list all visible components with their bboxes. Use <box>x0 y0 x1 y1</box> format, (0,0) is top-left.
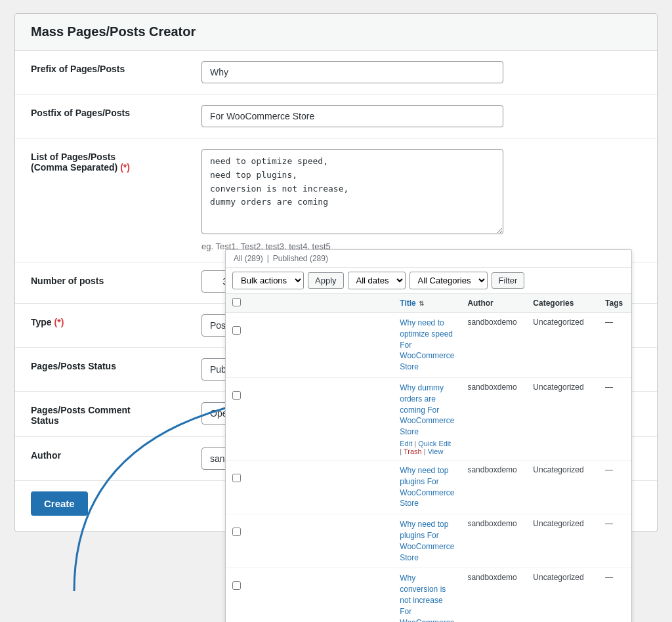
prefix-row: Prefix of Pages/Posts <box>15 51 657 94</box>
bulk-actions-select[interactable]: Bulk actions <box>232 272 304 289</box>
main-card: Mass Pages/Posts Creator Prefix of Pages… <box>14 13 658 532</box>
type-label-cell: Type (*) <box>15 304 186 348</box>
row-checkbox-cell <box>226 377 393 460</box>
post-title-link[interactable]: Why need top plugins For WooCommerce Sto… <box>400 466 454 508</box>
all-dates-select[interactable]: All dates <box>348 272 406 289</box>
all-posts-link[interactable]: All (289) <box>234 254 263 263</box>
comment-label-cell: Pages/Posts Comment Status <box>15 392 186 437</box>
edit-link[interactable]: Edit <box>400 440 412 447</box>
list-label: List of Pages/Posts <box>31 152 116 162</box>
post-title-link[interactable]: Why need top plugins For WooCommerce Sto… <box>400 520 454 562</box>
author-cell: sandboxdemo <box>461 460 526 514</box>
author-cell: sandboxdemo <box>461 514 526 568</box>
author-cell: sandboxdemo <box>461 377 526 460</box>
row-checkbox-cell <box>226 460 393 514</box>
tags-cell: — <box>598 568 631 622</box>
author-cell: sandboxdemo <box>461 313 526 378</box>
tags-cell: — <box>598 514 631 568</box>
comment-sublabel: Status <box>31 415 59 426</box>
table-row: Why dummy orders are coming For WooComme… <box>226 377 631 460</box>
posts-table: Title ⇅ Author Categories Tags <box>226 294 631 622</box>
overlay-top-bar: All (289) | Published (289) <box>226 250 631 268</box>
row-checkbox[interactable] <box>232 474 241 482</box>
author-label: Author <box>15 437 186 481</box>
tags-col-header: Tags <box>598 294 631 313</box>
select-all-header <box>226 294 393 313</box>
list-sublabel: (Comma Separated) <box>31 162 117 173</box>
category-cell: Uncategorized <box>526 313 598 378</box>
row-checkbox[interactable] <box>232 391 241 400</box>
posts-overlay-panel: All (289) | Published (289) Bulk act <box>225 249 632 622</box>
published-posts-link[interactable]: Published (289) <box>273 254 328 263</box>
table-row: Why need to optimize speed For WooCommer… <box>226 313 631 378</box>
post-title-link[interactable]: Why need to optimize speed For WooCommer… <box>400 318 454 371</box>
type-required: (*) <box>54 317 64 327</box>
postfix-field-cell <box>186 94 657 138</box>
tags-cell: — <box>598 313 631 378</box>
tags-cell: — <box>598 377 631 460</box>
tags-cell: — <box>598 460 631 514</box>
create-button[interactable]: Create <box>31 491 88 516</box>
category-cell: Uncategorized <box>526 460 598 514</box>
title-sort-icon: ⇅ <box>419 300 424 307</box>
title-sort-link[interactable]: Title <box>400 299 415 308</box>
list-textarea[interactable]: need to optimize speed, need top plugins… <box>201 149 503 234</box>
row-checkbox[interactable] <box>232 326 241 335</box>
post-title-link[interactable]: Why conversion is not increase For WooCo… <box>400 573 454 622</box>
number-label: Number of posts <box>15 262 186 304</box>
row-checkbox-cell <box>226 313 393 378</box>
view-link[interactable]: View <box>428 447 444 455</box>
title-col-header: Title ⇅ <box>393 294 461 313</box>
posts-table-header: Title ⇅ Author Categories Tags <box>226 294 631 313</box>
overlay-toolbar: Bulk actions Apply All dates All Categor… <box>226 268 631 294</box>
apply-button[interactable]: Apply <box>308 272 344 289</box>
prefix-field-cell <box>186 51 657 94</box>
filter-button[interactable]: Filter <box>492 272 525 289</box>
card-header: Mass Pages/Posts Creator <box>15 14 657 51</box>
comment-label: Pages/Posts Comment <box>31 405 131 415</box>
title-cell: Why need to optimize speed For WooCommer… <box>393 313 461 378</box>
title-cell: Why need top plugins For WooCommerce Sto… <box>393 514 461 568</box>
trash-link[interactable]: Trash <box>404 447 422 455</box>
status-label: Pages/Posts Status <box>15 348 186 392</box>
categories-col-header: Categories <box>526 294 598 313</box>
select-all-checkbox[interactable] <box>232 298 241 306</box>
number-row: Number of posts All (289) | Published <box>15 262 657 304</box>
table-row: Why need top plugins For WooCommerce Sto… <box>226 514 631 568</box>
postfix-input[interactable] <box>201 105 503 127</box>
postfix-row: Postfix of Pages/Posts <box>15 94 657 138</box>
row-checkbox-cell <box>226 514 393 568</box>
title-cell: Why need top plugins For WooCommerce Sto… <box>393 460 461 514</box>
type-label: Type <box>31 317 52 327</box>
category-cell: Uncategorized <box>526 514 598 568</box>
list-label-cell: List of Pages/Posts (Comma Separated) (*… <box>15 138 186 262</box>
row-actions: Edit | Quick Edit | Trash | View <box>400 440 454 455</box>
all-categories-select[interactable]: All Categories <box>410 272 488 289</box>
table-row: Why need top plugins For WooCommerce Sto… <box>226 460 631 514</box>
postfix-label: Postfix of Pages/Posts <box>15 94 186 138</box>
post-title-link[interactable]: Why dummy orders are coming For WooComme… <box>400 383 454 436</box>
quick-edit-link[interactable]: Quick Edit <box>418 440 451 447</box>
category-cell: Uncategorized <box>526 377 598 460</box>
row-checkbox[interactable] <box>232 528 241 536</box>
category-cell: Uncategorized <box>526 568 598 622</box>
page-title: Mass Pages/Posts Creator <box>31 24 641 39</box>
author-cell: sandboxdemo <box>461 568 526 622</box>
prefix-input[interactable] <box>201 61 503 83</box>
row-checkbox[interactable] <box>232 581 241 590</box>
table-row: Why conversion is not increase For WooCo… <box>226 568 631 622</box>
title-cell: Why dummy orders are coming For WooComme… <box>393 377 461 460</box>
prefix-label: Prefix of Pages/Posts <box>15 51 186 94</box>
row-checkbox-cell <box>226 568 393 622</box>
list-required: (*) <box>120 162 130 173</box>
title-cell: Why conversion is not increase For WooCo… <box>393 568 461 622</box>
list-row: List of Pages/Posts (Comma Separated) (*… <box>15 138 657 262</box>
form-table: Prefix of Pages/Posts Postfix of Pages/P… <box>15 51 657 481</box>
list-field-cell: need to optimize speed, need top plugins… <box>186 138 657 262</box>
number-posts-cell: All (289) | Published (289) Bulk act <box>186 262 657 304</box>
author-col-header: Author <box>461 294 526 313</box>
